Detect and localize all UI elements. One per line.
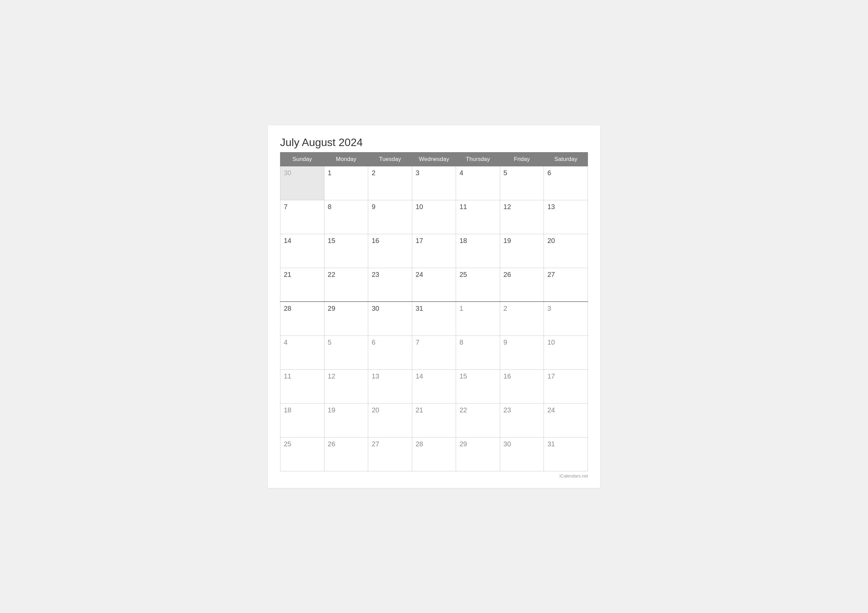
calendar-day-cell[interactable]: 16 — [368, 234, 412, 268]
calendar-day-cell[interactable]: 20 — [368, 403, 412, 437]
calendar-title: July August 2024 — [280, 136, 588, 149]
calendar-day-cell[interactable]: 29 — [456, 437, 500, 471]
calendar-day-cell[interactable]: 5 — [500, 166, 544, 200]
calendar-day-cell[interactable]: 31 — [412, 302, 456, 336]
day-header-saturday: Saturday — [544, 152, 588, 166]
calendar-day-cell[interactable]: 11 — [456, 200, 500, 234]
calendar-week-row: 21222324252627 — [281, 268, 588, 302]
calendar-day-cell[interactable]: 14 — [412, 369, 456, 403]
calendar-week-row: 78910111213 — [281, 200, 588, 234]
day-header-sunday: Sunday — [281, 152, 324, 166]
calendar-day-cell[interactable]: 20 — [544, 234, 588, 268]
calendar-day-cell[interactable]: 30 — [281, 166, 324, 200]
calendar-day-cell[interactable]: 13 — [544, 200, 588, 234]
calendar-day-cell[interactable]: 9 — [368, 200, 412, 234]
calendar-week-row: 28293031123 — [281, 302, 588, 336]
calendar-day-cell[interactable]: 12 — [500, 200, 544, 234]
calendar-week-row: 25262728293031 — [281, 437, 588, 471]
calendar-day-cell[interactable]: 13 — [368, 369, 412, 403]
calendar-week-row: 18192021222324 — [281, 403, 588, 437]
calendar-day-cell[interactable]: 23 — [368, 268, 412, 302]
calendar-day-cell[interactable]: 25 — [456, 268, 500, 302]
calendar-day-cell[interactable]: 8 — [324, 200, 368, 234]
calendar-day-cell[interactable]: 17 — [412, 234, 456, 268]
calendar-day-cell[interactable]: 18 — [281, 403, 324, 437]
calendar-day-cell[interactable]: 3 — [544, 302, 588, 336]
calendar-day-cell[interactable]: 4 — [281, 336, 324, 369]
calendar-day-cell[interactable]: 6 — [368, 336, 412, 369]
calendar-day-cell[interactable]: 6 — [544, 166, 588, 200]
calendar-day-cell[interactable]: 24 — [544, 403, 588, 437]
calendar-body: 3012345678910111213141516171819202122232… — [281, 166, 588, 471]
calendar-day-cell[interactable]: 14 — [281, 234, 324, 268]
calendar-day-cell[interactable]: 28 — [412, 437, 456, 471]
calendar-day-cell[interactable]: 23 — [500, 403, 544, 437]
calendar-day-cell[interactable]: 15 — [324, 234, 368, 268]
calendar-day-cell[interactable]: 31 — [544, 437, 588, 471]
calendar-day-cell[interactable]: 5 — [324, 336, 368, 369]
calendar-day-cell[interactable]: 10 — [544, 336, 588, 369]
calendar-day-cell[interactable]: 30 — [368, 302, 412, 336]
calendar-day-cell[interactable]: 9 — [500, 336, 544, 369]
calendar-day-cell[interactable]: 15 — [456, 369, 500, 403]
calendar-day-cell[interactable]: 1 — [324, 166, 368, 200]
calendar-day-cell[interactable]: 22 — [324, 268, 368, 302]
calendar-day-cell[interactable]: 22 — [456, 403, 500, 437]
footer-credit: iCalendars.net — [280, 474, 588, 478]
calendar-day-cell[interactable]: 16 — [500, 369, 544, 403]
day-header-tuesday: Tuesday — [368, 152, 412, 166]
calendar-day-cell[interactable]: 30 — [500, 437, 544, 471]
calendar-day-cell[interactable]: 19 — [324, 403, 368, 437]
calendar-week-row: 14151617181920 — [281, 234, 588, 268]
calendar-day-cell[interactable]: 17 — [544, 369, 588, 403]
day-header-wednesday: Wednesday — [412, 152, 456, 166]
calendar-day-cell[interactable]: 29 — [324, 302, 368, 336]
day-header-thursday: Thursday — [456, 152, 500, 166]
calendar-day-cell[interactable]: 11 — [281, 369, 324, 403]
calendar-table: SundayMondayTuesdayWednesdayThursdayFrid… — [280, 152, 588, 471]
calendar-day-cell[interactable]: 1 — [456, 302, 500, 336]
calendar-day-cell[interactable]: 21 — [281, 268, 324, 302]
calendar-week-row: 11121314151617 — [281, 369, 588, 403]
calendar-day-cell[interactable]: 7 — [281, 200, 324, 234]
calendar-day-cell[interactable]: 25 — [281, 437, 324, 471]
calendar-day-cell[interactable]: 2 — [368, 166, 412, 200]
calendar-day-cell[interactable]: 26 — [324, 437, 368, 471]
calendar-day-cell[interactable]: 27 — [368, 437, 412, 471]
calendar-day-cell[interactable]: 19 — [500, 234, 544, 268]
calendar-day-cell[interactable]: 28 — [281, 302, 324, 336]
calendar-container: July August 2024 SundayMondayTuesdayWedn… — [268, 125, 600, 488]
calendar-day-cell[interactable]: 3 — [412, 166, 456, 200]
day-header-monday: Monday — [324, 152, 368, 166]
calendar-day-cell[interactable]: 27 — [544, 268, 588, 302]
calendar-day-cell[interactable]: 4 — [456, 166, 500, 200]
calendar-day-cell[interactable]: 21 — [412, 403, 456, 437]
calendar-day-cell[interactable]: 10 — [412, 200, 456, 234]
calendar-day-cell[interactable]: 2 — [500, 302, 544, 336]
day-header-friday: Friday — [500, 152, 544, 166]
calendar-day-cell[interactable]: 24 — [412, 268, 456, 302]
calendar-week-row: 30123456 — [281, 166, 588, 200]
calendar-day-cell[interactable]: 7 — [412, 336, 456, 369]
calendar-week-row: 45678910 — [281, 336, 588, 369]
calendar-day-cell[interactable]: 18 — [456, 234, 500, 268]
calendar-day-cell[interactable]: 12 — [324, 369, 368, 403]
calendar-day-cell[interactable]: 26 — [500, 268, 544, 302]
days-header-row: SundayMondayTuesdayWednesdayThursdayFrid… — [281, 152, 588, 166]
calendar-day-cell[interactable]: 8 — [456, 336, 500, 369]
